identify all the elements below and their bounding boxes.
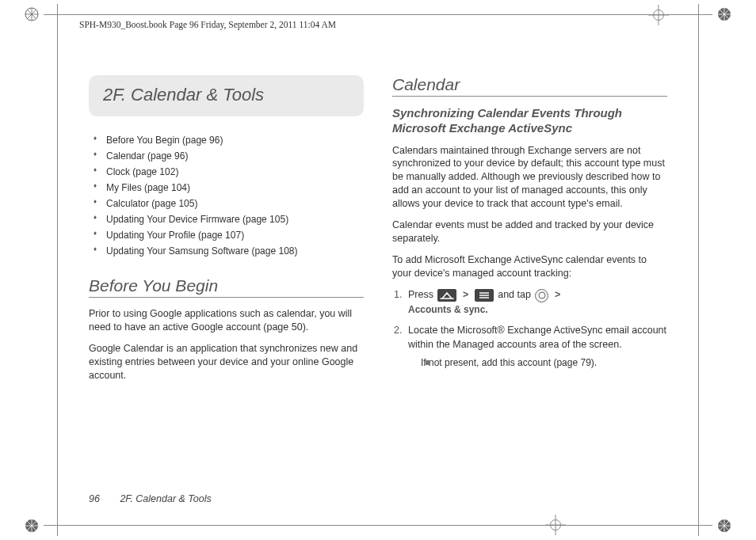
register-mark-icon xyxy=(716,6,732,22)
sub-bullet: If not present, add this account (page 7… xyxy=(408,356,667,370)
chapter-title: 2F. Calendar & Tools xyxy=(103,85,264,105)
crosshair-icon xyxy=(545,515,566,535)
toc-item: Updating Your Samsung Software (page 108… xyxy=(89,243,364,259)
footer-title: 2F. Calendar & Tools xyxy=(120,493,211,504)
page-number: 96 xyxy=(89,493,100,504)
toc-item: Calculator (page 105) xyxy=(89,196,364,211)
step-item: Press > and tap > Accounts & sync. xyxy=(392,287,667,317)
svg-point-10 xyxy=(25,519,38,532)
body-paragraph: Calendars maintained through Exchange se… xyxy=(392,144,667,211)
step-text: and tap xyxy=(498,289,533,300)
body-lead-in: To add Microsoft Exchange ActiveSync cal… xyxy=(392,253,667,280)
menu-key-icon xyxy=(475,289,494,302)
toc-list: Before You Begin (page 96) Calendar (pag… xyxy=(89,132,364,259)
right-column: Calendar Synchronizing Calendar Events T… xyxy=(392,75,667,485)
register-mark-icon xyxy=(24,6,40,22)
toc-item: Clock (page 102) xyxy=(89,164,364,180)
steps-list: Press > and tap > Accounts & sync. Locat… xyxy=(392,287,667,370)
svg-line-19 xyxy=(720,521,729,530)
settings-gear-icon xyxy=(535,289,548,302)
svg-line-18 xyxy=(720,521,729,530)
body-paragraph: Calendar events must be added and tracke… xyxy=(392,219,667,245)
toc-item: Calendar (page 96) xyxy=(89,148,364,164)
gt-separator: > xyxy=(553,289,562,300)
section-heading-before-you-begin: Before You Begin xyxy=(89,276,364,298)
crosshair-icon xyxy=(648,5,669,25)
toc-item: Updating Your Device Firmware (page 105) xyxy=(89,211,364,227)
menu-path-label: Accounts & sync. xyxy=(408,304,488,315)
page-content: 2F. Calendar & Tools Before You Begin (p… xyxy=(89,75,667,485)
body-paragraph: Google Calendar is an application that s… xyxy=(89,342,364,382)
sub-bullet-text: If not present, add this account (page 7… xyxy=(421,357,597,368)
step-text: Locate the Microsoft® Exchange ActiveSyn… xyxy=(408,325,666,350)
svg-line-3 xyxy=(27,10,36,19)
svg-point-0 xyxy=(25,8,38,21)
step-text: Press xyxy=(408,289,436,300)
toc-item: My Files (page 104) xyxy=(89,180,364,196)
toc-item: Before You Begin (page 96) xyxy=(89,132,364,148)
section-heading-calendar: Calendar xyxy=(392,75,667,97)
gt-separator: > xyxy=(461,289,470,300)
svg-line-13 xyxy=(27,521,36,530)
home-key-icon xyxy=(437,289,456,302)
header-running-line: SPH-M930_Boost.book Page 96 Friday, Sept… xyxy=(79,20,336,29)
body-paragraph: Prior to using Google applications such … xyxy=(89,307,364,334)
chapter-heading-box: 2F. Calendar & Tools xyxy=(89,75,364,116)
page-footer: 96 2F. Calendar & Tools xyxy=(89,493,212,504)
svg-point-5 xyxy=(718,8,731,21)
toc-item: Updating Your Profile (page 107) xyxy=(89,227,364,243)
register-mark-icon xyxy=(716,518,732,534)
svg-line-8 xyxy=(720,10,729,19)
svg-line-14 xyxy=(27,521,36,530)
left-column: 2F. Calendar & Tools Before You Begin (p… xyxy=(89,75,364,485)
svg-point-15 xyxy=(718,519,731,532)
subsection-heading-sync: Synchronizing Calendar Events Through Mi… xyxy=(392,106,667,136)
step-item: Locate the Microsoft® Exchange ActiveSyn… xyxy=(392,323,667,370)
register-mark-icon xyxy=(24,518,40,534)
svg-line-9 xyxy=(720,10,729,19)
svg-line-4 xyxy=(27,10,36,19)
